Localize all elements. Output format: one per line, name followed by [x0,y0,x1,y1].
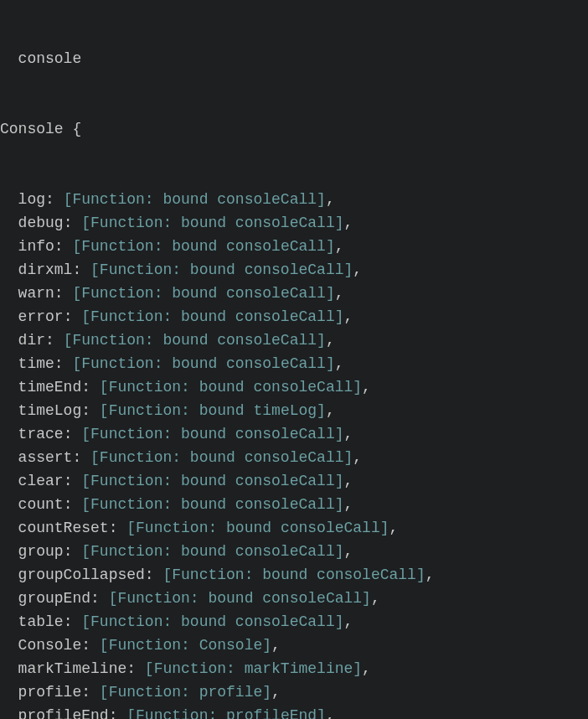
object-entry: log: [Function: bound consoleCall], [0,188,588,211]
entry-function: [Function: bound consoleCall] [81,215,343,231]
entry-key: Console [18,637,82,654]
entry-key: groupEnd [18,590,90,607]
object-entry: Console: [Function: Console], [0,634,588,657]
object-entry: info: [Function: bound consoleCall], [0,235,588,258]
entry-key: profileEnd [18,707,109,719]
object-entry: dir: [Function: bound consoleCall], [0,328,588,352]
entry-function: [Function: Console] [100,637,271,654]
object-entry: assert: [Function: bound consoleCall], [0,446,588,469]
top-hint: console [0,50,81,67]
entry-key: dirxml [18,261,73,278]
entry-key: count [18,496,64,513]
entry-function: [Function: bound consoleCall] [162,566,425,583]
entry-function: [Function: bound consoleCall] [90,449,353,466]
entry-key: groupCollapsed [18,566,145,583]
entry-function: [Function: bound timeLog] [100,402,326,419]
entry-function: [Function: profile] [100,684,271,701]
object-entry: trace: [Function: bound consoleCall], [0,422,588,446]
object-name: Console [0,121,64,137]
object-entry: timeEnd: [Function: bound consoleCall], [0,375,588,399]
object-entry: debug: [Function: bound consoleCall], [0,211,588,235]
entry-key: info [18,238,54,255]
object-entry: time: [Function: bound consoleCall], [0,352,588,375]
entry-function: [Function: bound consoleCall] [72,238,334,255]
open-brace: { [64,121,82,137]
entry-function: [Function: bound consoleCall] [81,496,343,513]
object-entry: groupCollapsed: [Function: bound console… [0,563,588,587]
entry-key: time [18,355,54,372]
entry-function: [Function: bound consoleCall] [126,520,389,536]
entry-key: countReset [18,520,109,536]
object-entry: count: [Function: bound consoleCall], [0,493,588,516]
entry-key: clear [18,473,64,489]
entry-function: [Function: bound consoleCall] [81,308,343,325]
entry-key: table [18,613,64,630]
object-entry: countReset: [Function: bound consoleCall… [0,516,588,540]
entry-key: dir [18,332,45,349]
object-entries: log: [Function: bound consoleCall], debu… [0,188,588,719]
object-entry: error: [Function: bound consoleCall], [0,305,588,328]
entry-function: [Function: markTimeline] [145,660,362,677]
entry-key: assert [18,449,73,466]
entry-key: debug [18,215,64,231]
entry-key: timeEnd [18,379,82,396]
entry-key: profile [18,684,82,701]
entry-function: [Function: bound consoleCall] [72,355,334,372]
object-entry: group: [Function: bound consoleCall], [0,540,588,563]
object-entry: table: [Function: bound consoleCall], [0,610,588,634]
entry-key: log [18,191,45,208]
entry-function: [Function: bound consoleCall] [64,191,326,208]
entry-function: [Function: bound consoleCall] [81,426,343,442]
entry-function: [Function: bound consoleCall] [81,613,343,630]
entry-function: [Function: bound consoleCall] [64,332,326,349]
object-entry: profileEnd: [Function: profileEnd], [0,704,588,719]
entry-function: [Function: bound consoleCall] [72,285,334,302]
entry-key: group [18,543,64,560]
terminal-output: console Console { log: [Function: bound … [0,0,588,719]
object-entry: markTimeline: [Function: markTimeline], [0,657,588,680]
object-entry: warn: [Function: bound consoleCall], [0,282,588,305]
entry-function: [Function: bound consoleCall] [81,473,343,489]
entry-function: [Function: profileEnd] [126,707,326,719]
entry-function: [Function: bound consoleCall] [100,379,362,396]
entry-function: [Function: bound consoleCall] [90,261,353,278]
object-entry: clear: [Function: bound consoleCall], [0,469,588,493]
entry-key: timeLog [18,402,82,419]
entry-function: [Function: bound consoleCall] [109,590,371,607]
object-entry: dirxml: [Function: bound consoleCall], [0,258,588,282]
entry-key: error [18,308,64,325]
entry-key: trace [18,426,64,442]
entry-function: [Function: bound consoleCall] [81,543,343,560]
object-entry: profile: [Function: profile], [0,680,588,704]
object-entry: groupEnd: [Function: bound consoleCall], [0,587,588,610]
entry-key: markTimeline [18,660,127,677]
entry-key: warn [18,285,54,302]
object-entry: timeLog: [Function: bound timeLog], [0,399,588,422]
